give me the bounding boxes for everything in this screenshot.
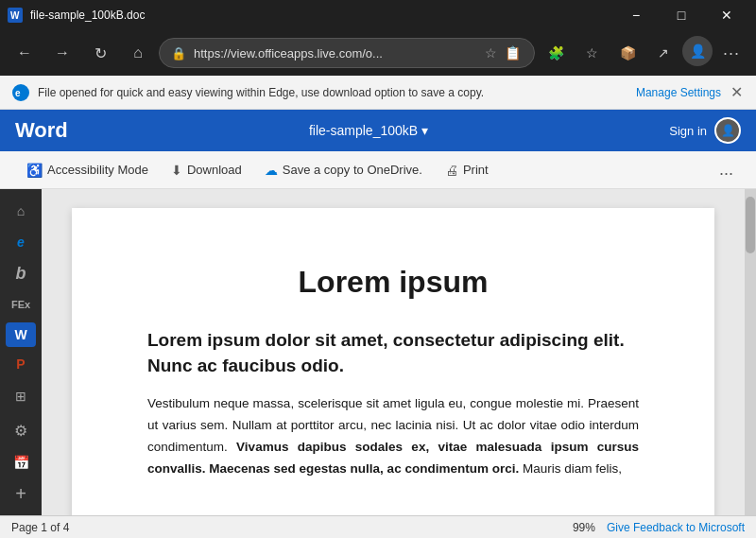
- save-copy-label: Save a copy to OneDrive.: [283, 163, 422, 177]
- document-area: Lorem ipsum Lorem ipsum dolor sit amet, …: [42, 189, 745, 515]
- signin-area[interactable]: Sign in 👤: [669, 117, 741, 144]
- filename-chevron[interactable]: ▾: [421, 123, 428, 138]
- sidebar-calendar-icon[interactable]: 📅: [4, 449, 38, 477]
- window-controls: − □ ✕: [614, 0, 748, 30]
- avatar: 👤: [714, 117, 741, 144]
- sidebar-settings-icon[interactable]: ⚙: [4, 417, 38, 444]
- title-bar-left: W file-sample_100kB.doc: [8, 8, 145, 23]
- scrollbar[interactable]: [745, 189, 756, 515]
- sidebar-word-icon[interactable]: W: [6, 322, 36, 347]
- word-header: Word file-sample_100kB ▾ Sign in 👤: [0, 110, 756, 151]
- print-icon: 🖨: [445, 163, 458, 178]
- info-bar-close-button[interactable]: ✕: [729, 81, 745, 103]
- star-icon[interactable]: ☆: [483, 43, 499, 62]
- address-bar[interactable]: 🔒 https://view.officeapps.live.com/o... …: [159, 38, 535, 68]
- signin-label: Sign in: [669, 124, 707, 138]
- toolbar-more-button[interactable]: ...: [712, 154, 741, 185]
- info-bar-message: File opened for quick and easy viewing w…: [38, 86, 628, 99]
- sidebar-windows-icon[interactable]: ⊞: [4, 382, 38, 409]
- print-label: Print: [463, 163, 489, 177]
- zoom-level: 99%: [573, 521, 595, 534]
- sidebar-home-icon[interactable]: ⌂: [4, 197, 38, 224]
- left-sidebar: ⌂ e b FEx W P ⊞ ⚙ 📅 +: [0, 189, 42, 515]
- sidebar-powerpoint-icon[interactable]: P: [4, 351, 38, 378]
- browser-nav-bar: ← → ↻ ⌂ 🔒 https://view.officeapps.live.c…: [0, 30, 756, 76]
- status-bar-right: 99% Give Feedback to Microsoft: [573, 521, 745, 534]
- profile-icon[interactable]: 👤: [682, 36, 713, 66]
- sidebar-add-icon[interactable]: +: [4, 480, 38, 508]
- document-page: Lorem ipsum Lorem ipsum dolor sit amet, …: [72, 208, 714, 515]
- title-bar: W file-sample_100kB.doc − □ ✕: [0, 0, 756, 30]
- manage-settings-link[interactable]: Manage Settings: [636, 86, 721, 99]
- onedrive-icon: ☁: [265, 163, 278, 178]
- refresh-button[interactable]: ↻: [83, 36, 117, 70]
- collection-icon[interactable]: 📋: [503, 43, 523, 62]
- document-title: Lorem ipsum: [147, 265, 639, 300]
- save-copy-button[interactable]: ☁ Save a copy to OneDrive.: [253, 157, 434, 183]
- browser-right-icons: 🧩 ☆ 📦 ↗ 👤 ···: [539, 36, 748, 70]
- favorites-icon[interactable]: ☆: [575, 36, 609, 70]
- doc-toolbar: ♿ Accessibility Mode ⬇ Download ☁ Save a…: [0, 151, 756, 189]
- edge-info-icon: e: [11, 83, 30, 102]
- status-bar: Page 1 of 4 99% Give Feedback to Microso…: [0, 515, 756, 538]
- accessibility-mode-label: Accessibility Mode: [47, 163, 148, 177]
- extension-icon[interactable]: 🧩: [539, 36, 573, 70]
- filename-text: file-sample_100kB: [309, 123, 418, 138]
- content-area: ⌂ e b FEx W P ⊞ ⚙ 📅 + Lorem ipsum Lorem …: [0, 189, 756, 515]
- print-button[interactable]: 🖨 Print: [434, 157, 500, 183]
- lock-icon: 🔒: [171, 46, 186, 61]
- scrollbar-thumb[interactable]: [746, 197, 755, 253]
- share-icon[interactable]: ↗: [646, 36, 680, 70]
- feedback-link[interactable]: Give Feedback to Microsoft: [607, 521, 745, 534]
- download-button[interactable]: ⬇ Download: [160, 157, 253, 183]
- address-text: https://view.officeapps.live.com/o...: [194, 46, 475, 61]
- sidebar-edge-icon[interactable]: e: [4, 228, 38, 255]
- document-body: Vestibulum neque massa, scelerisque sit …: [147, 393, 639, 480]
- window-title: file-sample_100kB.doc: [30, 9, 145, 22]
- svg-text:e: e: [15, 88, 21, 98]
- collections-icon[interactable]: 📦: [610, 36, 644, 70]
- sidebar-fx-icon[interactable]: FEx: [4, 291, 38, 319]
- home-button[interactable]: ⌂: [121, 36, 155, 70]
- download-icon: ⬇: [171, 163, 182, 178]
- forward-button[interactable]: →: [45, 36, 79, 70]
- browser-menu-button[interactable]: ···: [714, 36, 748, 70]
- word-logo: Word: [15, 118, 68, 143]
- svg-text:W: W: [10, 10, 20, 21]
- info-bar: e File opened for quick and easy viewing…: [0, 76, 756, 110]
- close-button[interactable]: ✕: [705, 0, 748, 30]
- paragraph-end: Mauris diam felis,: [519, 461, 622, 476]
- page-info: Page 1 of 4: [11, 521, 573, 534]
- accessibility-icon: ♿: [26, 163, 43, 178]
- maximize-button[interactable]: □: [660, 0, 703, 30]
- sidebar-bing-icon[interactable]: b: [4, 259, 38, 286]
- document-heading: Lorem ipsum dolor sit amet, consectetur …: [147, 328, 639, 378]
- minimize-button[interactable]: −: [614, 0, 658, 30]
- back-button[interactable]: ←: [8, 36, 42, 70]
- word-tab-icon: W: [8, 8, 23, 23]
- address-bar-icons: ☆ 📋: [483, 43, 523, 62]
- word-filename-area: file-sample_100kB ▾: [68, 123, 669, 138]
- download-label: Download: [187, 163, 242, 177]
- accessibility-mode-button[interactable]: ♿ Accessibility Mode: [15, 157, 160, 183]
